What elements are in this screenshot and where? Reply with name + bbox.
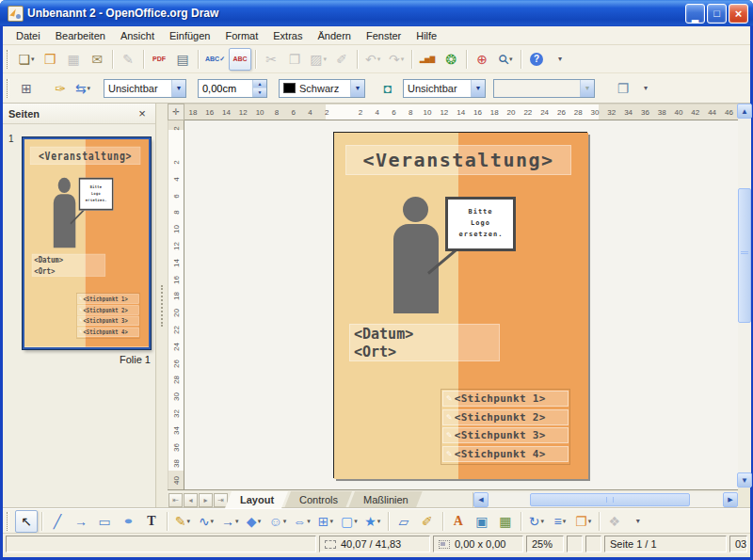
spin-down-icon[interactable]: ▼ — [253, 88, 266, 97]
print-button[interactable]: ▤ — [171, 48, 194, 71]
menu-item[interactable]: Extras — [265, 28, 310, 43]
toolbar-drag-handle[interactable] — [7, 50, 9, 69]
flowchart-button[interactable]: ⊞ ▾ — [314, 510, 337, 533]
page-thumbnail[interactable]: <Veranstaltung> Bitte Logo ersetzen. <Da… — [23, 137, 151, 349]
lines-arrows-button[interactable]: → ▾ — [218, 510, 242, 533]
spin-up-icon[interactable]: ▲ — [253, 80, 266, 88]
menu-item[interactable]: Datei — [8, 28, 48, 43]
toolbar-drag-handle[interactable] — [7, 79, 9, 98]
vertical-ruler[interactable]: 2246810121416182022242628303234363840 — [168, 120, 184, 489]
combo-dropdown-icon[interactable]: ▼ — [471, 80, 485, 97]
cut-button[interactable]: ✂ — [260, 48, 282, 71]
scroll-left-icon[interactable]: ◀ — [473, 492, 489, 507]
block-arrows-button[interactable]: ⇔ ▾ — [290, 510, 313, 533]
arrow-button[interactable]: → — [70, 510, 92, 533]
fill-style-combo[interactable]: Unsichtbar ▼ — [403, 79, 486, 98]
vertical-scroll-thumb[interactable] — [738, 188, 751, 323]
bullet-item[interactable]: ✎ <Stichpunkt 2> — [442, 409, 569, 425]
new-document-button[interactable]: ❏ ▾ — [15, 48, 38, 71]
gallery-button[interactable]: ▦ — [494, 510, 517, 533]
spellcheck-button[interactable]: ABC✓ — [202, 48, 228, 71]
menu-item[interactable]: Ansicht — [113, 28, 162, 43]
panel-close-icon[interactable]: × — [135, 106, 150, 120]
shadow-button[interactable]: ❐ — [612, 77, 634, 100]
help-button[interactable]: ? — [525, 48, 548, 71]
drawbar-overflow-button[interactable]: ▾ — [627, 510, 649, 533]
date-location-block[interactable]: <Datum> <Ort> — [349, 324, 500, 361]
copy-button[interactable]: ❐ — [283, 48, 306, 71]
connector-button[interactable]: ∿ ▾ — [195, 510, 217, 533]
bullet-item[interactable]: ✎ <Stichpunkt 3> — [442, 427, 569, 443]
curve-button[interactable]: ✎ ▾ — [171, 510, 194, 533]
send-email-button[interactable]: ✉ — [86, 48, 108, 71]
cursor-position-field[interactable]: 40,07 / 41,83 — [319, 536, 430, 552]
tab-controls[interactable]: Controls — [284, 491, 353, 508]
minimize-button[interactable]: ▂ — [685, 4, 705, 24]
horizontal-ruler[interactable]: 1816141210864224681012141618202224262830… — [184, 104, 738, 120]
line-color-combo[interactable]: Schwarz ▼ — [279, 79, 365, 98]
poster-title[interactable]: <Veranstaltung> — [345, 145, 571, 175]
scroll-right-icon[interactable]: ▶ — [723, 492, 738, 507]
tab-layout[interactable]: Layout — [225, 491, 289, 508]
basic-shapes-button[interactable]: ◆ ▾ — [243, 510, 265, 533]
redo-button[interactable]: ↷ ▾ — [385, 48, 408, 71]
arrange-button[interactable]: ❐ ▾ — [572, 510, 595, 533]
paste-button[interactable]: ▨ ▾ — [307, 48, 329, 71]
poster-page[interactable]: <Veranstaltung> Bitte Logo ersetzen. <Da… — [333, 132, 587, 478]
line-style-combo[interactable]: Unsichtbar ▼ — [104, 79, 186, 98]
maximize-button[interactable]: □ — [707, 4, 727, 24]
prev-page-button[interactable]: ◂ — [184, 493, 198, 507]
styles-formatting-button[interactable]: ⊞ — [15, 77, 38, 100]
menu-item[interactable]: Bearbeiten — [48, 28, 113, 43]
next-page-button[interactable]: ▸ — [199, 493, 213, 507]
menu-item[interactable]: Hilfe — [409, 28, 444, 43]
edit-points-button[interactable]: ▱ — [393, 510, 415, 533]
insert-chart-button[interactable]: ▂▅▇ — [416, 48, 439, 71]
open-button[interactable]: ❒ — [39, 48, 61, 71]
bullet-item[interactable]: ✎ <Stichpunkt 1> — [442, 391, 569, 407]
glue-points-button[interactable]: ✐ — [416, 510, 439, 533]
panel-splitter[interactable] — [157, 104, 168, 508]
callouts-button[interactable]: ▢ ▾ — [338, 510, 360, 533]
bullet-list[interactable]: ✎ <Stichpunkt 1> ✎ <Stichpunkt 2> — [441, 389, 570, 465]
drawing-canvas[interactable]: <Veranstaltung> Bitte Logo ersetzen. <Da… — [184, 120, 738, 489]
area-dialog-button[interactable]: ◘ — [376, 77, 399, 100]
line-width-spinner[interactable]: 0,00cm ▲ ▼ — [198, 79, 267, 98]
logo-placeholder[interactable]: Bitte Logo ersetzen. — [445, 197, 516, 251]
line-button[interactable]: ╱ — [46, 510, 69, 533]
undo-button[interactable]: ↶ ▾ — [361, 48, 384, 71]
menu-item[interactable]: Ändern — [310, 28, 358, 43]
zoom-button[interactable]: ⚲ ▾ — [494, 48, 517, 71]
menu-item[interactable]: Fenster — [359, 28, 409, 43]
first-page-button[interactable]: ⇤ — [168, 493, 183, 507]
scroll-up-icon[interactable]: ▲ — [737, 104, 752, 119]
extrusion-button[interactable]: ❖ — [603, 510, 626, 533]
symbol-shapes-button[interactable]: ☺ ▾ — [266, 510, 290, 533]
vertical-scrollbar[interactable]: ▲ ▼ — [738, 104, 751, 488]
align-button[interactable]: ≡ ▾ — [549, 510, 571, 533]
format-paintbrush-button[interactable]: ✐ — [330, 48, 353, 71]
page-number-field[interactable]: Seite 1 / 1 — [604, 536, 727, 552]
toolbar-overflow-button[interactable]: ▾ — [549, 48, 571, 71]
horizontal-scroll-thumb[interactable] — [530, 493, 690, 506]
slide-name-label[interactable]: Folie 1 — [23, 354, 151, 365]
stars-button[interactable]: ★ ▾ — [361, 510, 384, 533]
object-size-field[interactable]: 0,00 x 0,00 — [433, 536, 523, 552]
tab-masslinien[interactable]: Maßlinien — [348, 491, 424, 508]
autospellcheck-button[interactable]: ABC — [229, 48, 251, 71]
text-button[interactable]: T — [140, 510, 163, 533]
zoom-level-field[interactable]: 25% — [526, 536, 564, 552]
line-dialog-button[interactable]: ✑ — [49, 77, 72, 100]
edit-file-button[interactable]: ✎ — [117, 48, 139, 71]
arrow-style-button[interactable]: ⇆▾ — [72, 77, 94, 100]
scroll-down-icon[interactable]: ▼ — [737, 472, 752, 488]
title-bar[interactable]: Unbenannt 2 - OpenOffice.org Draw ▂ □ × — [0, 0, 753, 26]
ruler-origin-button[interactable]: ✛ — [168, 104, 184, 120]
save-button[interactable]: ▦ — [62, 48, 85, 71]
ellipse-button[interactable]: ● — [117, 510, 139, 533]
select-button[interactable]: ↖ — [15, 510, 38, 533]
template-name-field[interactable]: 03_event_poster — [729, 536, 747, 552]
navigator-button[interactable]: ⊕ — [471, 48, 493, 71]
menu-item[interactable]: Format — [217, 28, 265, 43]
rotate-button[interactable]: ↻ ▾ — [525, 510, 548, 533]
